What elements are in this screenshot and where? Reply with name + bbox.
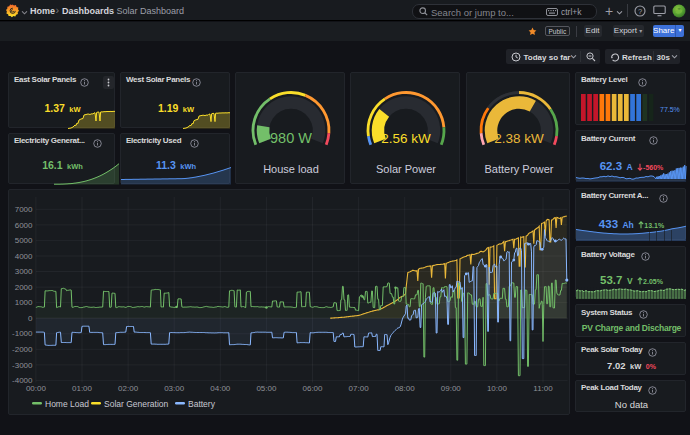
svg-text:03:00: 03:00 [164, 384, 185, 393]
svg-text:4000: 4000 [15, 252, 33, 261]
svg-text:06:00: 06:00 [302, 384, 323, 393]
svg-text:3000: 3000 [15, 267, 33, 276]
svg-text:09:00: 09:00 [441, 384, 462, 393]
svg-text:0: 0 [28, 314, 33, 323]
svg-text:-3000: -3000 [12, 361, 33, 370]
svg-text:11:00: 11:00 [533, 384, 553, 393]
svg-text:6000: 6000 [15, 221, 33, 230]
svg-text:04:00: 04:00 [210, 384, 231, 393]
svg-text:10:00: 10:00 [487, 384, 508, 393]
svg-text:08:00: 08:00 [395, 384, 416, 393]
svg-text:02:00: 02:00 [118, 384, 139, 393]
svg-text:Solar Generation: Solar Generation [104, 399, 169, 409]
svg-text:1000: 1000 [15, 298, 33, 307]
svg-text:-1000: -1000 [12, 329, 33, 338]
svg-text:?: ? [638, 7, 642, 16]
svg-text:-2000: -2000 [12, 345, 33, 354]
svg-text:00:00: 00:00 [26, 384, 47, 393]
svg-text:05:00: 05:00 [256, 384, 277, 393]
svg-text:Battery: Battery [188, 399, 216, 409]
svg-text:01:00: 01:00 [72, 384, 93, 393]
svg-text:2000: 2000 [15, 283, 33, 292]
svg-text:5000: 5000 [15, 236, 33, 245]
svg-text:7000: 7000 [15, 205, 33, 214]
svg-text:07:00: 07:00 [349, 384, 370, 393]
svg-text:Home Load: Home Load [45, 399, 89, 409]
